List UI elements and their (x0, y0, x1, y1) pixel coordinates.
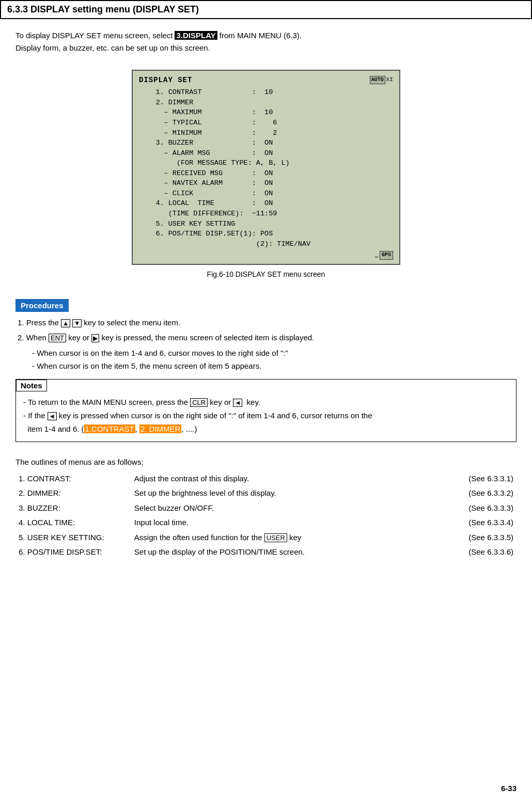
table-row: 1. CONTRAST: Adjust the contrast of this… (15, 471, 517, 486)
outline-desc-1: Adjust the contrast of this display. (131, 471, 414, 486)
outline-num-4: 4. LOCAL TIME: (15, 515, 131, 530)
procedures-content: 1. Press the ▲ ▼ key to select the menu … (15, 316, 517, 373)
procedure-item-2a: - When cursor is on the item 1-4 and 6, … (18, 347, 517, 373)
screen-line-10: – NAVTEX ALARM : ON (139, 178, 393, 188)
screen-icons: AUTO XI (370, 76, 393, 85)
table-row: 3. BUZZER: Select buzzer ON/OFF. (See 6.… (15, 501, 517, 516)
table-row: 6. POS/TIME DISP.SET: Set up the display… (15, 545, 517, 560)
screen-line-7: – ALARM MSG : ON (139, 148, 393, 159)
procedures-section: Procedures 1. Press the ▲ ▼ key to selec… (15, 299, 517, 373)
screen-line-1: 1. CONTRAST : 10 (139, 87, 393, 98)
up-arrow-key: ▲ (61, 319, 70, 327)
table-row: 4. LOCAL TIME: Input local time. (See 6.… (15, 515, 517, 530)
intro-line1-end: from MAIN MENU (6.3). (217, 31, 302, 40)
xi-label: XI (386, 76, 393, 84)
procedure-indent-2: - When cursor is on the item 5, the menu… (18, 359, 517, 373)
left-arrow-key: ◄ (233, 399, 242, 407)
header-title-text: 6.3.3 DISPLAY setting menu (DISPLAY SET) (7, 4, 199, 14)
procedure-item-2: 2. When ENT key or ▶ key is pressed, the… (18, 331, 517, 344)
ent-key: ENT (49, 334, 66, 342)
note-item-1: - To return to the MAIN MENU screen, pre… (23, 396, 509, 409)
fig-caption: Fig.6-10 DISPLAY SET menu screen (207, 270, 325, 278)
outline-desc-4: Input local time. (131, 515, 414, 530)
outlines-section: The outlines of menus are as follows; 1.… (15, 458, 517, 560)
outline-desc-3: Select buzzer ON/OFF. (131, 501, 414, 516)
screen-line-14: 5. USER KEY SETTING (139, 219, 393, 229)
outline-desc-5: Assign the often used function for the U… (131, 530, 414, 545)
outline-ref-3: (See 6.3.3.3) (414, 501, 517, 516)
notes-section: Notes - To return to the MAIN MENU scree… (15, 379, 517, 442)
dimmer-highlight: 2. DIMMER (139, 424, 182, 433)
antenna-icon: ⎯ (375, 251, 379, 260)
outline-ref-6: (See 6.3.3.6) (414, 545, 517, 560)
contrast-highlight: 1.CONTRAST (84, 424, 135, 433)
notes-content: - To return to the MAIN MENU screen, pre… (16, 391, 516, 442)
screen-title-text: DISPLAY SET (139, 75, 192, 85)
outlines-title: The outlines of menus are as follows; (15, 458, 517, 466)
screen-line-5: – MINIMUM : 2 (139, 128, 393, 138)
intro-paragraph: To display DISPLAY SET menu screen, sele… (15, 29, 517, 54)
gps-badge: GPS (380, 251, 393, 260)
screen-line-8: (FOR MESSAGE TYPE: A, B, L) (139, 158, 393, 168)
table-row: 5. USER KEY SETTING: Assign the often us… (15, 530, 517, 545)
outline-desc-2: Set up the brightness level of this disp… (131, 486, 414, 501)
right-arrow-key: ▶ (91, 334, 99, 342)
page-number: 6-33 (501, 784, 517, 793)
procedures-header: Procedures (15, 299, 69, 312)
procedure-indent-1: - When cursor is on the item 1-4 and 6, … (18, 347, 517, 360)
procedure-item-1: 1. Press the ▲ ▼ key to select the menu … (18, 316, 517, 329)
left-arrow-key-2: ◄ (48, 412, 57, 420)
screen-line-15: 6. POS/TIME DISP.SET(1): POS (139, 229, 393, 239)
note-item-2: - If the ◄ key is pressed when cursor is… (23, 409, 509, 436)
intro-line2-text: Display form, a buzzer, etc. can be set … (15, 43, 210, 52)
outline-ref-5: (See 6.3.3.5) (414, 530, 517, 545)
page-title: 6.3.3 DISPLAY setting menu (DISPLAY SET) (0, 0, 532, 19)
notes-header: Notes (16, 380, 47, 391)
screen-line-2: 2. DIMMER (139, 98, 393, 108)
intro-line1-text: To display DISPLAY SET menu screen, sele… (15, 31, 175, 40)
screen-line-6: 3. BUZZER : ON (139, 138, 393, 148)
outline-num-3: 3. BUZZER: (15, 501, 131, 516)
auto-badge: AUTO (370, 76, 385, 85)
screen-mockup-container: DISPLAY SET AUTO XI 1. CONTRAST : 10 2. … (15, 70, 517, 294)
outline-desc-6: Set up the display of the POSITION/TIME … (131, 545, 414, 560)
user-key-box: USER (264, 533, 287, 542)
outline-ref-4: (See 6.3.3.4) (414, 515, 517, 530)
screen-line-3: – MAXIMUM : 10 (139, 107, 393, 118)
outline-num-6: 6. POS/TIME DISP.SET: (15, 545, 131, 560)
outline-num-1: 1. CONTRAST: (15, 471, 131, 486)
screen-line-12: 4. LOCAL TIME : ON (139, 198, 393, 209)
screen-line-11: – CLICK : ON (139, 188, 393, 199)
clr-key: CLR (190, 398, 208, 407)
screen-line-4: – TYPICAL : 6 (139, 118, 393, 128)
screen-line-13: (TIME DIFFERENCE): −11:59 (139, 209, 393, 219)
table-row: 2. DIMMER: Set up the brightness level o… (15, 486, 517, 501)
outline-num-2: 2. DIMMER: (15, 486, 131, 501)
outline-num-5: 5. USER KEY SETTING: (15, 530, 131, 545)
screen-line-9: – RECEIVED MSG : ON (139, 168, 393, 179)
screen-line-16: (2): TIME/NAV (139, 239, 393, 249)
display-screen: DISPLAY SET AUTO XI 1. CONTRAST : 10 2. … (132, 70, 400, 265)
outline-table: 1. CONTRAST: Adjust the contrast of this… (15, 471, 517, 560)
outline-ref-1: (See 6.3.3.1) (414, 471, 517, 486)
outline-ref-2: (See 6.3.3.2) (414, 486, 517, 501)
display-highlight: 3.DISPLAY (175, 31, 217, 40)
down-arrow-key: ▼ (72, 319, 82, 327)
